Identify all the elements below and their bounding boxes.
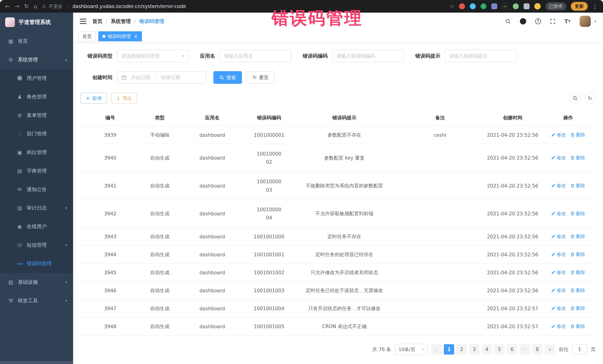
page-button-6[interactable]: 6 [507, 344, 517, 354]
back-icon[interactable]: ← [5, 3, 10, 9]
app-name-input[interactable] [220, 50, 291, 62]
search-button[interactable]: 搜索 [213, 71, 242, 84]
reload-icon[interactable]: ↻ [24, 3, 29, 9]
edit-link[interactable]: 修改 [551, 305, 566, 311]
app-logo-row[interactable]: 芋道管理系统 [0, 13, 73, 32]
refresh-table-button[interactable]: ↻ [584, 93, 596, 104]
cell-remark [395, 299, 485, 318]
page-button-5[interactable]: 5 [494, 344, 505, 354]
edit-link[interactable]: 修改 [551, 323, 566, 329]
extension-icon[interactable] [513, 3, 519, 9]
delete-link[interactable]: 删除 [570, 210, 585, 217]
delete-link[interactable]: 删除 [570, 287, 585, 293]
url-bar[interactable]: dashboard.yudao.iocoder.cn/system/error-… [72, 3, 186, 9]
home-icon[interactable]: ⌂ [34, 3, 37, 9]
page-size-select[interactable]: 10条/页 ▾ [395, 344, 428, 355]
sidebar-item-user[interactable]: ☻用户管理 [0, 69, 73, 88]
security-indicator[interactable]: ⚠ 不安全 [42, 3, 62, 10]
tab-home[interactable]: 首页 [78, 31, 96, 41]
delete-link[interactable]: 删除 [570, 269, 585, 276]
page-ellipsis-button[interactable]: ··· [520, 344, 530, 354]
prev-page-button[interactable]: ‹ [431, 344, 441, 354]
fullscreen-icon[interactable] [550, 19, 556, 24]
export-button[interactable]: ↓ 导出 [111, 93, 137, 104]
sidebar-item-error-code[interactable]: </>错误码管理 [0, 254, 73, 273]
edit-link[interactable]: 修改 [551, 183, 566, 189]
bookmark-star-icon[interactable]: ☆ [450, 3, 454, 10]
edit-link[interactable]: 修改 [551, 269, 566, 276]
sidebar-item-menu[interactable]: ≣菜单管理 [0, 106, 73, 124]
delete-link[interactable]: 删除 [570, 233, 585, 240]
edit-link[interactable]: 修改 [551, 287, 566, 293]
sidebar-item-infra[interactable]: ▧基础设施▾ [0, 273, 73, 291]
sidebar-collapse-bar[interactable] [0, 361, 73, 364]
delete-link[interactable]: 删除 [570, 305, 585, 311]
profile-emoji-icon[interactable] [534, 3, 541, 10]
collapse-sidebar-icon[interactable] [80, 19, 86, 24]
user-avatar[interactable] [580, 16, 591, 27]
sidebar-item-label: 岗位管理 [27, 149, 47, 156]
page-button-3[interactable]: 3 [469, 344, 479, 354]
toggle-search-button[interactable] [570, 93, 581, 104]
browser-menu-icon[interactable]: ⋮ [592, 3, 598, 10]
help-icon[interactable]: ? [535, 18, 541, 24]
tab-error-code[interactable]: 错误码管理× [98, 31, 142, 41]
sidebar-item-label: 基础设施 [18, 279, 38, 286]
sidebar-item-notice[interactable]: ✉通知公告 [0, 180, 73, 199]
delete-link[interactable]: 删除 [570, 323, 585, 329]
extension-icon[interactable]: on [502, 3, 508, 9]
extension-icon[interactable]: ✓ [481, 3, 487, 9]
search-icon[interactable] [505, 18, 511, 24]
extension-icon[interactable] [459, 3, 465, 9]
start-date-input[interactable] [129, 75, 152, 80]
delete-link[interactable]: 删除 [570, 155, 585, 161]
breadcrumb-item-2[interactable]: 系统管理 [111, 18, 131, 25]
create-time-range-picker[interactable]: - [117, 71, 206, 84]
sidebar-item-system[interactable]: ⚙系统管理▴ [0, 50, 73, 69]
error-hint-input[interactable] [445, 50, 517, 62]
next-page-button[interactable]: › [545, 344, 555, 354]
gear-icon: ⚙ [7, 57, 14, 63]
cell-id: 3947 [81, 299, 140, 318]
delete-link[interactable]: 删除 [570, 132, 585, 138]
sidebar-item-sms[interactable]: ☏短信管理▾ [0, 236, 73, 254]
close-tab-icon[interactable]: × [134, 34, 138, 39]
extension-icon[interactable] [470, 3, 476, 9]
page-button-1[interactable]: 1 [444, 344, 454, 354]
end-date-input[interactable] [159, 75, 182, 80]
edit-link[interactable]: 修改 [551, 132, 566, 138]
sidebar-item-audit-log[interactable]: ▥审计日志▾ [0, 199, 73, 217]
reset-button[interactable]: ↻ 重置 [247, 71, 275, 84]
github-icon[interactable] [520, 18, 526, 24]
add-button[interactable]: + 新增 [81, 93, 107, 104]
cell-code: 1001001004 [245, 299, 293, 318]
edit-link[interactable]: 修改 [551, 155, 566, 161]
font-size-icon[interactable]: TT [564, 18, 571, 25]
error-code-input[interactable] [332, 50, 404, 62]
paused-badge[interactable]: 已暂停 [545, 2, 566, 10]
extension-icon[interactable] [491, 3, 497, 9]
edit-link[interactable]: 修改 [551, 210, 566, 217]
error-type-select[interactable]: 请选择错误码类型 ▾ [117, 50, 189, 62]
delete-link[interactable]: 删除 [570, 251, 585, 257]
breadcrumb-item-1[interactable]: 首页 [93, 18, 103, 25]
sidebar-item-home[interactable]: ▦首页 [0, 32, 73, 50]
sidebar-item-role[interactable]: ♟角色管理 [0, 88, 73, 106]
sidebar-item-dict[interactable]: ▤字典管理 [0, 162, 73, 180]
sidebar-item-online-user[interactable]: ◉在线用户 [0, 217, 73, 236]
forward-icon[interactable]: → [15, 3, 19, 9]
sidebar-item-post[interactable]: ▣岗位管理 [0, 143, 73, 162]
extension-icon[interactable] [524, 3, 530, 9]
page-button-4[interactable]: 4 [482, 344, 492, 354]
edit-link[interactable]: 修改 [551, 233, 566, 240]
page-button-8[interactable]: 8 [532, 344, 543, 354]
delete-link[interactable]: 删除 [570, 183, 585, 189]
page-button-2[interactable]: 2 [456, 344, 467, 354]
sidebar-item-dev-tool[interactable]: ⚒研发工具▾ [0, 291, 73, 310]
update-button[interactable]: 更新 [571, 2, 587, 10]
edit-link[interactable]: 修改 [551, 251, 566, 257]
sidebar-item-dept[interactable]: ∴部门管理 [0, 124, 73, 143]
cell-app: dashboard [180, 144, 245, 172]
goto-page-input[interactable] [572, 344, 587, 354]
chevron-down-icon[interactable]: ▾ [594, 19, 596, 23]
